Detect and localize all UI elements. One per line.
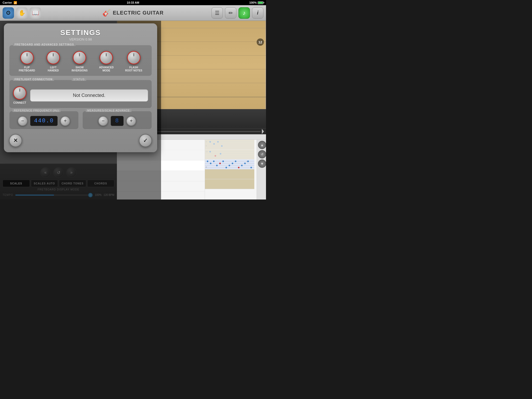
advanced-mode-knob[interactable]: ADVANCEDMODE — [99, 51, 114, 72]
book-icon: 📖 — [32, 10, 39, 16]
show-inversions-knob-control[interactable] — [73, 51, 86, 64]
advanced-mode-label: ADVANCEDMODE — [99, 66, 114, 72]
battery-icon — [258, 1, 263, 4]
scroll-down-button[interactable]: ▼ — [258, 159, 266, 168]
hand-button[interactable]: ✋ — [16, 7, 28, 19]
scale-advance-label: MEASURES/SCALE ADVANCE — [86, 109, 131, 112]
edit-icon: ✏ — [229, 10, 233, 16]
freq-label: REFERENCE FREQUENCY (Hz) — [12, 109, 61, 112]
svg-point-40 — [247, 161, 249, 162]
svg-rect-42 — [205, 169, 254, 179]
svg-point-9 — [217, 141, 219, 143]
wifi-icon: 📶 — [14, 1, 17, 4]
main-area: B♭ B C D♭ D E♭ E F G♭ G A♭ A B♭ B 12 D♭ … — [0, 21, 266, 200]
connection-section: FRETLIGHT CONNECTION STATUS CONNECT Not … — [9, 80, 152, 108]
scale-visual-column: 3 5 — [205, 140, 257, 200]
settings-version: VERSION 0.98 — [9, 37, 152, 41]
gear-button[interactable]: ⚙ — [3, 7, 14, 19]
svg-text:5: 5 — [206, 145, 207, 147]
svg-point-39 — [244, 163, 246, 164]
confirm-button[interactable]: ✓ — [139, 134, 152, 147]
flash-root-notes-label: FLASHROOT NOTES — [125, 66, 142, 72]
note-icon: ♪ — [243, 10, 246, 16]
svg-point-30 — [216, 165, 218, 166]
left-handed-knob[interactable]: LEFTHANDED — [46, 51, 60, 72]
svg-text:0: 0 — [206, 166, 207, 168]
flip-fretboard-label: FLIPFRETBOARD — [19, 66, 35, 72]
scale-visual-major: 12 0 — [205, 159, 254, 169]
scale-visual-chromatic: 3 5 — [205, 140, 254, 150]
flip-fretboard-knob[interactable]: FLIPFRETBOARD — [19, 51, 35, 72]
svg-rect-11 — [205, 150, 254, 159]
time-display: 10:33 AM — [127, 1, 139, 4]
list-button[interactable]: ☰ — [211, 7, 223, 19]
svg-point-29 — [213, 161, 215, 162]
flash-root-notes-knob-control[interactable] — [127, 51, 141, 64]
flash-root-notes-knob[interactable]: FLASHROOT NOTES — [125, 51, 142, 72]
fretboard-section-label: FRETBOARD AND ADVANCED SETTINGS — [13, 43, 76, 46]
cancel-icon: ✕ — [13, 137, 18, 144]
scroll-up-button[interactable]: ▲ — [258, 141, 266, 149]
freq-stepper-row: − 440.0 + — [12, 116, 75, 126]
scale-visual-major-harmonic — [205, 179, 254, 189]
left-handed-knob-control[interactable] — [46, 51, 60, 64]
guitar-icon: 🎸 — [102, 9, 111, 17]
scale-increment-button[interactable]: + — [126, 116, 136, 126]
svg-point-38 — [241, 165, 243, 166]
svg-text:3: 3 — [206, 141, 207, 143]
flip-fretboard-knob-control[interactable] — [20, 51, 34, 64]
svg-point-27 — [207, 161, 208, 162]
modal-bottom-row: ✕ ✓ — [9, 134, 152, 147]
connect-label: CONNECT — [13, 101, 26, 104]
scale-visual-major-blues — [205, 169, 254, 179]
book-button[interactable]: 📖 — [30, 7, 41, 19]
freq-increment-button[interactable]: + — [60, 116, 70, 126]
battery-percent: 100% — [249, 1, 257, 4]
cancel-button[interactable]: ✕ — [9, 134, 22, 147]
info-button[interactable]: i — [252, 7, 263, 19]
info-icon: i — [257, 10, 258, 16]
svg-point-37 — [238, 167, 240, 168]
freq-box: REFERENCE FREQUENCY (Hz) − 440.0 + — [9, 111, 79, 129]
connection-row: CONNECT Not Connected. — [13, 84, 148, 104]
edit-button[interactable]: ✏ — [225, 7, 236, 19]
connection-section-label: FRETLIGHT CONNECTION — [13, 78, 54, 81]
carrier-label: Carrier — [3, 1, 12, 4]
connect-knob-control[interactable] — [13, 86, 26, 100]
freq-decrement-button[interactable]: − — [18, 116, 28, 126]
svg-rect-43 — [205, 179, 254, 189]
scale-scroll-buttons: ▲ ↺ ▼ — [257, 140, 266, 200]
hand-icon: ✋ — [18, 10, 25, 16]
svg-point-8 — [213, 143, 215, 145]
svg-point-41 — [250, 167, 252, 168]
scroll-repeat-button[interactable]: ↺ — [258, 150, 266, 158]
fret-number-12: 12 — [257, 38, 264, 46]
fretboard-settings-section: FRETBOARD AND ADVANCED SETTINGS FLIPFRET… — [9, 45, 152, 76]
freq-display: 440.0 — [30, 116, 58, 126]
connect-knob[interactable]: CONNECT — [13, 86, 26, 104]
scale-advance-stepper-row: − 8 + — [86, 116, 149, 126]
confirm-icon: ✓ — [143, 137, 148, 144]
connection-status-display: Not Connected. — [30, 89, 148, 102]
list-icon: ☰ — [215, 10, 220, 16]
svg-point-19 — [220, 153, 221, 155]
svg-point-35 — [232, 163, 233, 164]
svg-point-36 — [235, 161, 236, 162]
settings-modal: SETTINGS VERSION 0.98 FRETBOARD AND ADVA… — [4, 23, 157, 152]
scale-advance-box: MEASURES/SCALE ADVANCE − 8 + — [82, 111, 152, 129]
playhead-right[interactable] — [262, 129, 264, 134]
svg-point-10 — [221, 145, 223, 147]
status-bar: Carrier 📶 10:33 AM 100% — [0, 0, 266, 5]
svg-point-28 — [210, 163, 211, 164]
show-inversions-knob[interactable]: SHOWINVERSIONS — [71, 51, 88, 72]
knobs-row: FLIPFRETBOARD LEFTHANDED SHOWINVERSIONS … — [13, 49, 148, 72]
toolbar: ⚙ ✋ 📖 🎸 ELECTRIC GUITAR ☰ ✏ ♪ i — [0, 5, 266, 21]
note-button[interactable]: ♪ — [238, 7, 250, 19]
svg-point-32 — [222, 161, 224, 162]
scale-decrement-button[interactable]: − — [98, 116, 108, 126]
svg-point-34 — [229, 165, 230, 166]
status-sub-label: STATUS — [72, 78, 86, 81]
advanced-mode-knob-control[interactable] — [99, 51, 113, 64]
scale-advance-display: 8 — [111, 116, 124, 126]
svg-point-7 — [209, 141, 211, 143]
